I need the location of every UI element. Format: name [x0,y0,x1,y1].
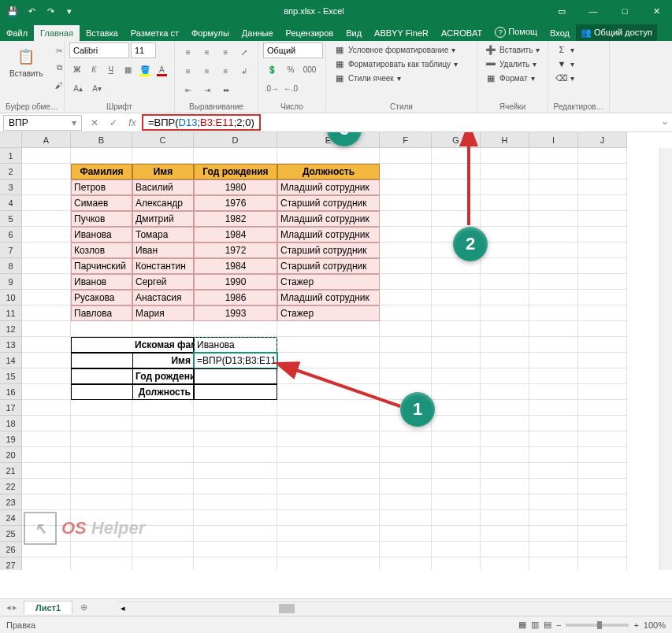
cell[interactable] [432,542,481,557]
cell[interactable] [432,557,481,570]
cell[interactable] [529,479,578,494]
italic-button[interactable]: К [87,61,102,77]
cell[interactable] [481,180,529,195]
cell[interactable] [481,510,529,526]
cell[interactable] [194,463,277,479]
cell[interactable] [481,321,529,337]
cell[interactable] [529,463,578,479]
fill-button[interactable]: ▼▾ [553,57,604,71]
cell[interactable] [481,337,529,353]
cell[interactable] [432,321,481,337]
cell[interactable] [578,447,627,463]
cell[interactable] [432,211,481,227]
cell[interactable]: Должность [277,164,380,180]
font-size-input[interactable] [131,43,156,58]
cell[interactable] [578,195,627,211]
cell[interactable] [529,290,578,305]
cell[interactable] [432,416,481,431]
cell[interactable] [432,305,481,321]
cell[interactable] [578,274,627,290]
cell[interactable] [578,353,627,368]
column-header[interactable]: H [481,132,529,148]
tab-abbyy[interactable]: ABBYY FineR [368,25,435,41]
cell[interactable] [132,479,194,494]
scroll-left-icon[interactable]: ◂ [121,603,125,613]
cell[interactable] [481,258,529,274]
cell[interactable]: 1982 [194,211,277,227]
cell[interactable] [22,180,71,195]
cell[interactable] [578,510,627,526]
column-header[interactable]: I [529,132,578,148]
autosum-button[interactable]: Σ▾ [553,43,604,57]
cell[interactable]: 1986 [194,290,277,305]
tab-share[interactable]: 👥 Общий доступ [576,24,657,41]
cell[interactable] [22,164,71,180]
cell[interactable] [481,368,529,384]
cell[interactable] [380,479,432,494]
cell[interactable] [380,290,432,305]
cell[interactable]: 1980 [194,180,277,195]
cell[interactable] [578,416,627,431]
cell[interactable] [529,494,578,510]
cell[interactable] [380,431,432,447]
cell[interactable] [481,542,529,557]
cell[interactable] [277,353,380,368]
cell[interactable] [432,180,481,195]
cell[interactable] [132,447,194,463]
cell[interactable] [71,353,132,368]
cell[interactable] [194,384,277,400]
cell[interactable] [432,494,481,510]
cell[interactable] [71,494,132,510]
cell[interactable] [380,180,432,195]
cell[interactable] [71,431,132,447]
cell[interactable] [432,479,481,494]
increase-decimal-icon[interactable]: .0→ [263,80,280,96]
cell[interactable]: Парчинский [71,258,132,274]
cell[interactable] [529,337,578,353]
cell[interactable] [277,368,380,384]
cell[interactable] [380,305,432,321]
cell[interactable]: 1984 [194,258,277,274]
align-center-icon[interactable]: ≡ [199,63,216,79]
cell[interactable] [22,195,71,211]
cell[interactable] [578,227,627,242]
cell[interactable]: Анастасия [132,290,194,305]
cell[interactable] [578,526,627,542]
orientation-icon[interactable]: ⤢ [236,44,253,60]
cell[interactable] [529,274,578,290]
cell[interactable] [380,542,432,557]
cell[interactable] [481,416,529,431]
view-pagebreak-icon[interactable]: ▤ [544,620,551,630]
cell[interactable] [132,463,194,479]
tab-acrobat[interactable]: ACROBAT [435,25,488,41]
cell[interactable] [277,510,380,526]
cell[interactable] [578,290,627,305]
cell[interactable]: Дмитрий [132,211,194,227]
align-right-icon[interactable]: ≡ [217,63,235,79]
cell[interactable]: Стажер [277,305,380,321]
sheet-tab-active[interactable]: Лист1 [24,601,72,614]
cell[interactable] [432,368,481,384]
cell[interactable] [578,384,627,400]
view-normal-icon[interactable]: ▦ [518,620,526,630]
cell[interactable] [71,321,132,337]
align-left-icon[interactable]: ≡ [180,63,197,79]
undo-icon[interactable]: ↶ [25,5,38,17]
cell[interactable] [529,321,578,337]
cell[interactable]: Младший сотрудник [277,211,380,227]
cell[interactable]: Русакова [71,290,132,305]
cell[interactable] [578,211,627,227]
column-header[interactable]: J [578,132,627,148]
cell[interactable] [22,211,71,227]
cell[interactable] [432,148,481,164]
cell[interactable] [71,148,132,164]
cell[interactable] [380,242,432,258]
cell[interactable]: Павлова [71,305,132,321]
cell[interactable] [529,400,578,416]
cell[interactable] [380,148,432,164]
cell[interactable]: Должность [132,384,194,400]
cell[interactable] [380,195,432,211]
sheet-nav-next-icon[interactable]: ▸ [13,602,17,613]
cell[interactable] [22,258,71,274]
cell[interactable] [578,258,627,274]
